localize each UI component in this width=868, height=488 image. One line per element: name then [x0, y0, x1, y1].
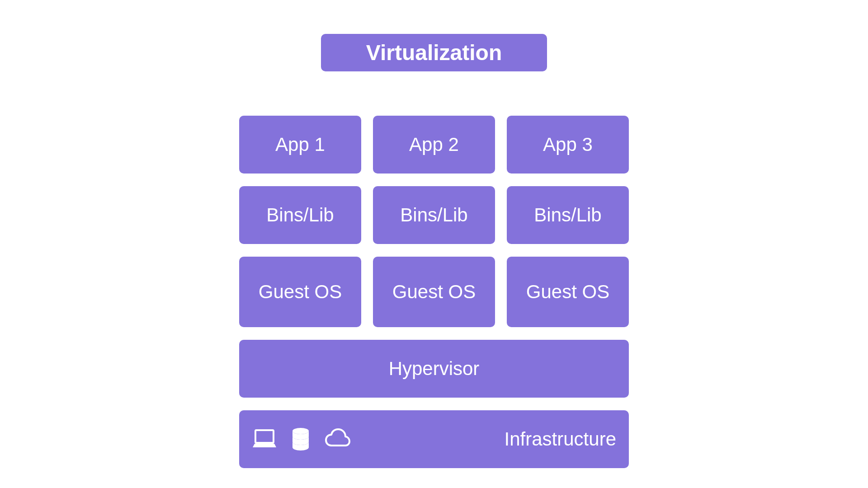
infrastructure-label: Infrastructure — [505, 428, 616, 450]
cloud-icon — [322, 425, 351, 454]
app-3-box: App 3 — [507, 116, 629, 174]
svg-rect-0 — [255, 430, 274, 443]
laptop-icon — [250, 425, 279, 454]
guest-os-1-box: Guest OS — [239, 257, 361, 327]
guest-os-3-box: Guest OS — [507, 257, 629, 327]
diagram-title: Virtualization — [321, 34, 547, 71]
bins-lib-2-box: Bins/Lib — [373, 186, 495, 244]
bins-row: Bins/Lib Bins/Lib Bins/Lib — [239, 186, 629, 244]
bins-lib-3-box: Bins/Lib — [507, 186, 629, 244]
hypervisor-box: Hypervisor — [239, 340, 629, 398]
virtualization-stack: App 1 App 2 App 3 Bins/Lib Bins/Lib Bins… — [239, 116, 629, 468]
guest-os-2-box: Guest OS — [373, 257, 495, 327]
infrastructure-box: Infrastructure — [239, 410, 629, 468]
database-icon — [286, 425, 315, 454]
infrastructure-icons — [250, 425, 351, 454]
apps-row: App 1 App 2 App 3 — [239, 116, 629, 174]
bins-lib-1-box: Bins/Lib — [239, 186, 361, 244]
guest-os-row: Guest OS Guest OS Guest OS — [239, 257, 629, 327]
app-2-box: App 2 — [373, 116, 495, 174]
svg-point-2 — [292, 428, 309, 434]
app-1-box: App 1 — [239, 116, 361, 174]
